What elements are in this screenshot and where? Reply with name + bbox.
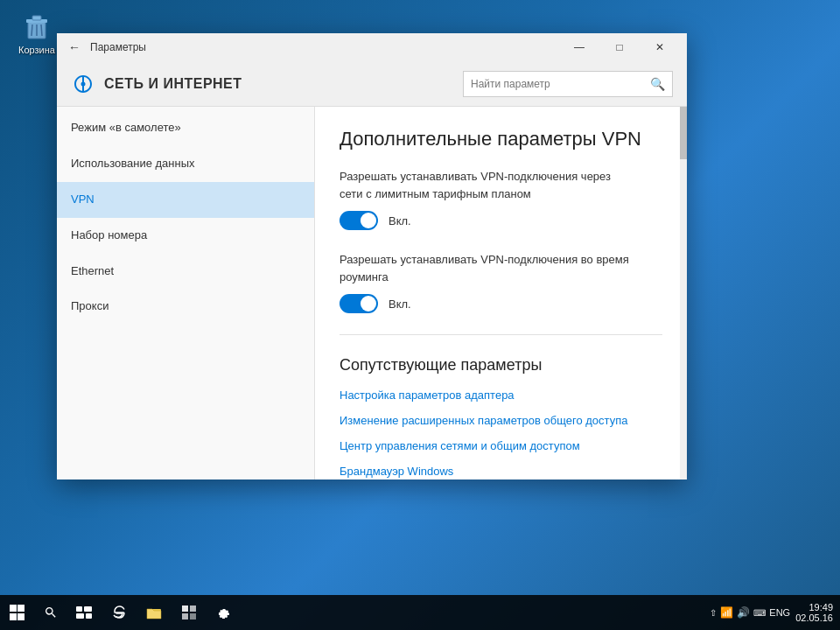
taskbar-right: ⇧ 📶 🔊 ⌨ ENG 19:49 02.05.16 xyxy=(710,602,840,623)
file-explorer-button[interactable] xyxy=(136,595,172,630)
section-divider xyxy=(340,334,662,335)
svg-rect-2 xyxy=(32,16,41,20)
recycle-bin-image xyxy=(21,10,52,42)
svg-rect-7 xyxy=(76,606,82,612)
search-icon: 🔍 xyxy=(650,77,665,91)
section-title: Дополнительные параметры VPN xyxy=(340,128,662,150)
date-display: 02.05.16 xyxy=(795,612,833,623)
search-box[interactable]: 🔍 xyxy=(463,71,673,97)
recycle-bin-label: Корзина xyxy=(18,45,55,55)
desktop: Корзина ← Параметры — □ ✕ СЕТЬ И ИНТЕРНЕ… xyxy=(0,0,840,630)
toggle1-label: Вкл. xyxy=(388,214,411,228)
scrollbar-track[interactable] xyxy=(680,107,687,480)
volume-icon[interactable]: 🔊 xyxy=(737,606,750,619)
sidebar-item-data-usage[interactable]: Использование данных xyxy=(57,146,314,182)
settings-button[interactable] xyxy=(206,595,242,630)
toggle2-label: Вкл. xyxy=(388,298,411,311)
svg-rect-14 xyxy=(182,613,188,620)
sidebar-item-vpn[interactable]: VPN xyxy=(57,182,314,218)
related-title: Сопутствующие параметры xyxy=(340,356,662,374)
settings-body: Режим «в самолете» Использование данных … xyxy=(57,107,687,480)
toggle1-description: Разрешать устанавливать VPN-подключения … xyxy=(340,168,637,202)
svg-rect-9 xyxy=(76,613,84,619)
scrollbar-thumb[interactable] xyxy=(680,107,687,159)
title-bar: ← Параметры — □ ✕ xyxy=(57,33,687,61)
task-view-button[interactable] xyxy=(66,595,102,630)
link-network-center[interactable]: Центр управления сетями и общим доступом xyxy=(340,439,662,452)
svg-rect-10 xyxy=(86,613,92,619)
windows-logo-icon xyxy=(10,605,25,620)
network-tray-icon: 📶 xyxy=(720,606,733,619)
close-button[interactable]: ✕ xyxy=(640,33,680,61)
svg-rect-13 xyxy=(190,606,196,612)
svg-line-3 xyxy=(32,24,32,36)
sidebar-item-proxy[interactable]: Прокси xyxy=(57,289,314,325)
chevron-up-icon[interactable]: ⇧ xyxy=(710,608,717,618)
keyboard-icon: ⌨ xyxy=(753,608,766,618)
toggle1-switch[interactable] xyxy=(340,211,378,230)
window-controls: — □ ✕ xyxy=(559,33,680,61)
taskbar-search-button[interactable] xyxy=(35,595,66,630)
toggle1-control: Вкл. xyxy=(340,211,662,230)
taskbar-clock[interactable]: 19:49 02.05.16 xyxy=(795,602,833,623)
maximize-button[interactable]: □ xyxy=(599,33,640,61)
time-display: 19:49 xyxy=(808,602,833,612)
link-sharing-settings[interactable]: Изменение расширенных параметров общего … xyxy=(340,414,662,427)
toggle2-description: Разрешать устанавливать VPN-подключения … xyxy=(340,251,637,285)
network-icon xyxy=(71,72,95,96)
recycle-bin-icon[interactable]: Корзина xyxy=(10,10,63,55)
window-title: Параметры xyxy=(90,41,146,53)
toggle2-row: Разрешать устанавливать VPN-подключения … xyxy=(340,251,662,313)
system-tray: ⇧ 📶 🔊 ⌨ ENG xyxy=(710,606,790,619)
sidebar: Режим «в самолете» Использование данных … xyxy=(57,107,315,480)
settings-window: ← Параметры — □ ✕ СЕТЬ И ИНТЕРНЕТ 🔍 xyxy=(57,33,687,480)
toggle2-control: Вкл. xyxy=(340,294,662,313)
svg-rect-8 xyxy=(84,606,92,612)
sidebar-item-ethernet[interactable]: Ethernet xyxy=(57,254,314,290)
minimize-button[interactable]: — xyxy=(559,33,599,61)
store-button[interactable] xyxy=(172,595,206,630)
svg-rect-15 xyxy=(190,613,196,620)
settings-header: СЕТЬ И ИНТЕРНЕТ 🔍 xyxy=(57,61,687,107)
toggle1-row: Разрешать устанавливать VPN-подключения … xyxy=(340,168,662,230)
toggle2-switch[interactable] xyxy=(340,294,378,313)
search-input[interactable] xyxy=(471,78,650,90)
header-title: СЕТЬ И ИНТЕРНЕТ xyxy=(104,76,242,92)
back-button[interactable]: ← xyxy=(64,37,85,58)
link-firewall[interactable]: Брандмауэр Windows xyxy=(340,465,662,478)
svg-rect-12 xyxy=(182,606,188,612)
content-area: Дополнительные параметры VPN Разрешать у… xyxy=(315,107,687,480)
link-adapter-settings[interactable]: Настройка параметров адаптера xyxy=(340,388,662,402)
lang-label: ENG xyxy=(769,607,790,618)
sidebar-item-airplane[interactable]: Режим «в самолете» xyxy=(57,110,314,146)
edge-button[interactable] xyxy=(102,595,136,630)
sidebar-item-dialup[interactable]: Набор номера xyxy=(57,218,314,254)
svg-line-5 xyxy=(41,24,42,36)
taskbar: ⇧ 📶 🔊 ⌨ ENG 19:49 02.05.16 xyxy=(0,595,840,630)
start-button[interactable] xyxy=(0,595,35,630)
